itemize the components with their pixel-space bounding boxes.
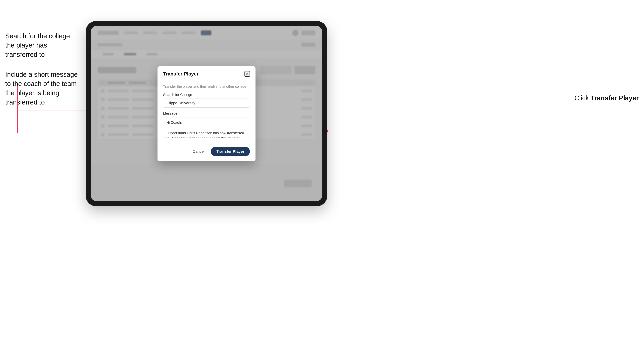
cancel-button[interactable]: Cancel xyxy=(190,148,208,156)
annotation-message-text: Include a short message to the coach of … xyxy=(5,70,79,107)
tablet-screen: Transfer Player ✕ Transfer the player an… xyxy=(91,26,322,201)
modal-subtitle: Transfer the player and their profile to… xyxy=(163,85,250,89)
annotation-transfer-text: Transfer Player xyxy=(590,94,639,102)
college-label: Search for College xyxy=(163,93,250,97)
close-icon: ✕ xyxy=(245,71,249,76)
annotation-left: Search for the college the player has tr… xyxy=(5,31,79,117)
modal-body: Transfer the player and their profile to… xyxy=(158,80,256,143)
annotation-right: Click Transfer Player xyxy=(574,94,639,102)
annotation-click-text: Click xyxy=(574,94,589,102)
annotation-search-text: Search for the college the player has tr… xyxy=(5,31,79,59)
transfer-player-button[interactable]: Transfer Player xyxy=(211,147,250,156)
modal-close-button[interactable]: ✕ xyxy=(244,71,250,77)
message-textarea[interactable]: Hi Coach, I understand Chris Robertson h… xyxy=(163,117,250,138)
modal-title: Transfer Player xyxy=(163,71,198,77)
modal-overlay: Transfer Player ✕ Transfer the player an… xyxy=(91,26,322,201)
transfer-player-modal: Transfer Player ✕ Transfer the player an… xyxy=(158,66,256,161)
message-label: Message xyxy=(163,112,250,116)
tablet-device: Transfer Player ✕ Transfer the player an… xyxy=(86,21,327,206)
college-search-input[interactable] xyxy=(163,99,250,108)
modal-header: Transfer Player ✕ xyxy=(158,66,256,80)
modal-footer: Cancel Transfer Player xyxy=(158,143,256,161)
